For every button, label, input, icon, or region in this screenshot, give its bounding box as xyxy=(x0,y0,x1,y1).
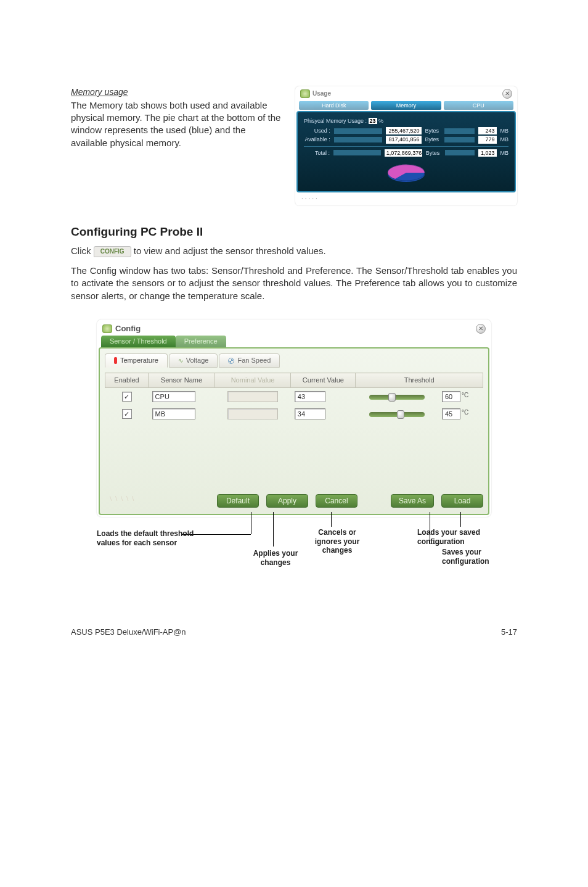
total-bytes-unit: Bytes xyxy=(426,149,441,157)
click-line: Click CONFIG to view and adjust the sens… xyxy=(71,245,517,257)
section-paragraph: The Config window has two tabs: Sensor/T… xyxy=(71,265,517,302)
memory-paragraph: The Memory tab shows both used and avail… xyxy=(71,99,283,149)
avail-bytes-unit: Bytes xyxy=(425,136,441,143)
avail-mb: 779 xyxy=(478,136,497,143)
config-badge[interactable]: CONFIG xyxy=(94,246,131,257)
tab-sensor-threshold[interactable]: Sensor / Threshold xyxy=(101,336,176,347)
total-label: Total : xyxy=(304,149,330,157)
tab-cpu[interactable]: CPU xyxy=(444,101,513,110)
voltage-icon: ∿ xyxy=(178,357,183,365)
col-current: Current Value xyxy=(291,373,356,388)
total-bytes: 1,072,869,376 xyxy=(385,149,422,157)
sensor-table: Enabled Sensor Name Nominal Value Curren… xyxy=(105,373,483,423)
anno-default: Loads the default threshold values for e… xyxy=(97,529,202,547)
tab-memory[interactable]: Memory xyxy=(371,101,441,110)
threshold-slider[interactable] xyxy=(369,395,425,400)
section-title: Configuring PC Probe II xyxy=(71,224,517,240)
close-icon[interactable]: ✕ xyxy=(502,89,512,99)
avail-bytes: 817,401,856 xyxy=(386,136,422,143)
total-mb: 1,023 xyxy=(478,149,497,157)
phys-pct-suffix: % xyxy=(378,118,383,124)
unit-label: °C xyxy=(462,392,468,398)
annotations: Loads the default threshold values for e… xyxy=(97,522,491,584)
resize-grip[interactable]: ∙∙∙∙∙ xyxy=(296,192,516,205)
usage-app-icon xyxy=(300,89,310,98)
resize-grip[interactable]: ∖∖∖∖∖ xyxy=(105,494,136,508)
fan-icon xyxy=(228,358,234,364)
subtab-voltage[interactable]: ∿ Voltage xyxy=(169,353,218,368)
anno-cancel: Cancels or ignores your changes xyxy=(306,528,368,555)
threshold-slider[interactable] xyxy=(369,412,425,417)
used-bytes: 255,467,520 xyxy=(386,127,422,134)
col-nominal: Nominal Value xyxy=(214,373,290,388)
anno-load: Loads your saved configuration xyxy=(417,528,504,546)
config-window: Config ✕ Sensor / Threshold Preference T… xyxy=(97,320,491,517)
subtab-temperature[interactable]: Temperature xyxy=(105,353,168,368)
cancel-button[interactable]: Cancel xyxy=(316,494,357,508)
usage-title: Usage xyxy=(312,89,331,98)
threshold-field[interactable]: 45 xyxy=(442,408,460,419)
enabled-checkbox[interactable]: ✓ xyxy=(122,409,132,419)
default-button[interactable]: Default xyxy=(217,494,259,508)
table-row: ✓MB3445°C xyxy=(105,405,483,423)
load-button[interactable]: Load xyxy=(441,494,483,508)
tab-preference[interactable]: Preference xyxy=(176,336,226,347)
current-field: 43 xyxy=(295,391,325,402)
usage-window: Usage ✕ Hard Disk Memory CPU Phisycal Me… xyxy=(295,86,517,205)
anno-saveas: Saves your configuration xyxy=(442,548,516,566)
tab-hard-disk[interactable]: Hard Disk xyxy=(299,101,369,110)
total-mb-unit: MB xyxy=(500,149,509,157)
sensor-name-field[interactable]: CPU xyxy=(152,391,195,402)
col-enabled: Enabled xyxy=(105,373,149,388)
subtab-fan-speed[interactable]: Fan Speed xyxy=(219,353,280,368)
used-bytes-unit: Bytes xyxy=(425,127,441,134)
unit-label: °C xyxy=(462,409,468,416)
phys-pct: 23 xyxy=(369,118,377,124)
memory-heading: Memory usage xyxy=(71,86,283,98)
memory-pie-chart xyxy=(385,160,428,185)
threshold-field[interactable]: 60 xyxy=(442,391,460,402)
anno-apply: Applies your changes xyxy=(239,549,312,567)
table-row: ✓CPU4360°C xyxy=(105,387,483,405)
used-mb-unit: MB xyxy=(500,127,509,134)
sensor-name-field[interactable]: MB xyxy=(152,408,195,419)
used-label: Used : xyxy=(304,127,330,134)
enabled-checkbox[interactable]: ✓ xyxy=(122,392,132,402)
config-title: Config xyxy=(115,323,141,334)
config-app-icon xyxy=(102,324,112,333)
avail-label: Available : xyxy=(304,136,330,143)
phys-label: Phisycal Memory Usage : xyxy=(304,118,367,124)
col-sensor-name: Sensor Name xyxy=(149,373,215,388)
thermometer-icon xyxy=(114,357,117,364)
close-icon[interactable]: ✕ xyxy=(476,324,486,334)
avail-mb-unit: MB xyxy=(500,136,509,143)
save-as-button[interactable]: Save As xyxy=(391,494,434,508)
apply-button[interactable]: Apply xyxy=(266,494,308,508)
current-field: 34 xyxy=(295,408,325,419)
used-mb: 243 xyxy=(478,127,497,134)
nominal-field xyxy=(227,408,278,419)
nominal-field xyxy=(227,391,278,402)
col-threshold: Threshold xyxy=(356,373,483,388)
